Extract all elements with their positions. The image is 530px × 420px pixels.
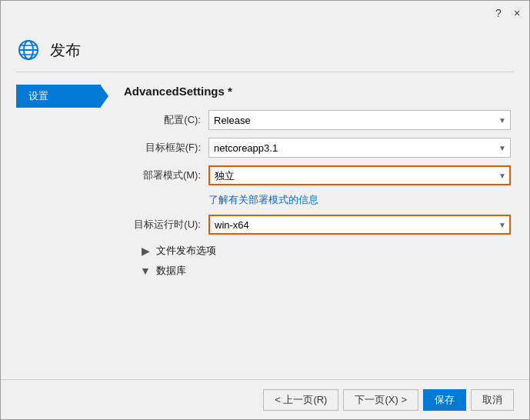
cancel-button[interactable]: 取消 — [471, 389, 514, 411]
sidebar: 设置 — [1, 85, 101, 379]
deploy-row: 部署模式(M): 独立 ▼ — [124, 165, 511, 185]
page-title: 发布 — [50, 40, 81, 61]
deploy-label: 部署模式(M): — [124, 168, 208, 182]
section-title: AdvancedSettings * — [124, 85, 511, 98]
body: 设置 AdvancedSettings * 配置(C): Release ▼ — [1, 72, 529, 379]
runtime-row: 目标运行时(U): win-x64 ▼ — [124, 215, 511, 235]
save-button[interactable]: 保存 — [423, 389, 466, 411]
next-button[interactable]: 下一页(X) > — [343, 389, 418, 411]
close-button[interactable]: × — [511, 7, 523, 19]
title-bar: ? × — [1, 1, 529, 25]
runtime-select[interactable]: win-x64 — [208, 215, 511, 235]
publish-dialog: ? × 发布 设置 — [0, 0, 530, 420]
prev-button[interactable]: < 上一页(R) — [263, 389, 338, 411]
runtime-label: 目标运行时(U): — [124, 218, 208, 232]
config-label: 配置(C): — [124, 113, 208, 127]
globe-icon — [16, 38, 41, 62]
runtime-select-wrapper: win-x64 ▼ — [208, 215, 511, 235]
database-expand-icon: ▼ — [139, 265, 152, 277]
config-select-wrapper: Release ▼ — [208, 110, 511, 130]
framework-select[interactable]: netcoreapp3.1 — [208, 138, 511, 158]
help-button[interactable]: ? — [492, 7, 505, 19]
info-link-row: 了解有关部署模式的信息 — [124, 193, 511, 207]
sidebar-item-settings[interactable]: 设置 — [16, 85, 101, 108]
footer: < 上一页(R) 下一页(X) > 保存 取消 — [1, 379, 529, 419]
deploy-select[interactable]: 独立 — [208, 165, 511, 185]
title-bar-controls: ? × — [492, 7, 523, 19]
database-expand-section[interactable]: ▼ 数据库 — [139, 264, 511, 278]
framework-row: 目标框架(F): netcoreapp3.1 ▼ — [124, 138, 511, 158]
window-content: 发布 设置 AdvancedSettings * 配置(C): Release — [1, 25, 529, 419]
config-row: 配置(C): Release ▼ — [124, 110, 511, 130]
files-expand-icon: ▶ — [139, 245, 152, 257]
files-expand-label: 文件发布选项 — [156, 244, 216, 258]
deploy-select-wrapper: 独立 ▼ — [208, 165, 511, 185]
header: 发布 — [1, 25, 529, 72]
deploy-info-link[interactable]: 了解有关部署模式的信息 — [208, 193, 318, 207]
files-expand-section[interactable]: ▶ 文件发布选项 — [139, 244, 511, 258]
main-content: AdvancedSettings * 配置(C): Release ▼ 目标框架… — [101, 85, 529, 379]
framework-select-wrapper: netcoreapp3.1 ▼ — [208, 138, 511, 158]
framework-label: 目标框架(F): — [124, 141, 208, 155]
database-expand-label: 数据库 — [156, 264, 186, 278]
config-select[interactable]: Release — [208, 110, 511, 130]
